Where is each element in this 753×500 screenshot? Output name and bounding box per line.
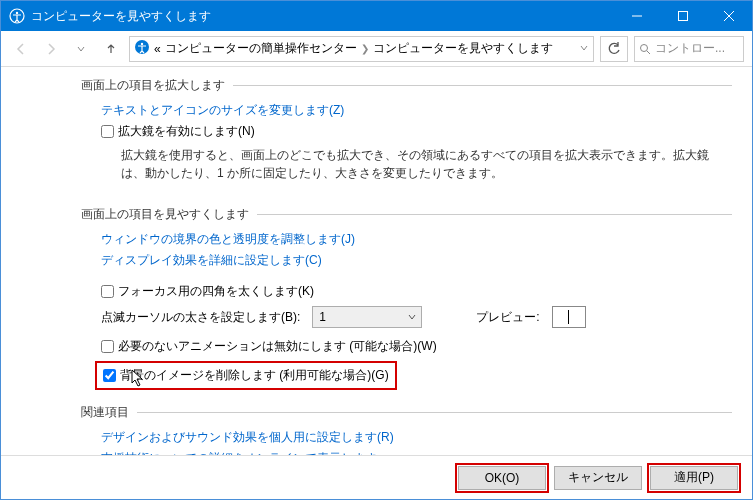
minimize-button[interactable] — [614, 1, 660, 31]
up-button[interactable] — [99, 37, 123, 61]
svg-point-7 — [141, 43, 143, 45]
refresh-button[interactable] — [600, 36, 628, 62]
link-text-icon-size[interactable]: テキストとアイコンのサイズを変更します(Z) — [101, 102, 344, 119]
cursor-thickness-value: 1 — [319, 310, 326, 324]
checkbox-remove-background-label[interactable]: 背景のイメージを削除します (利用可能な場合)(G) — [120, 367, 389, 384]
cursor-preview — [552, 306, 586, 328]
chevron-down-icon — [407, 312, 417, 322]
checkbox-disable-animations[interactable] — [101, 340, 114, 353]
search-input[interactable]: コントロー... — [634, 36, 744, 62]
preview-label: プレビュー: — [476, 309, 539, 326]
cursor-thickness-label: 点滅カーソルの太さを設定します(B): — [101, 309, 300, 326]
link-display-effects[interactable]: ディスプレイ効果を詳細に設定します(C) — [101, 252, 322, 269]
address-bar[interactable]: « コンピューターの簡単操作センター ❯ コンピューターを見やすくします — [129, 36, 594, 62]
search-placeholder: コントロー... — [655, 40, 725, 57]
checkbox-focus-rect-label[interactable]: フォーカス用の四角を太くします(K) — [118, 283, 314, 300]
magnifier-description: 拡大鏡を使用すると、画面上のどこでも拡大でき、その領域にあるすべての項目を拡大表… — [121, 146, 732, 182]
search-icon — [639, 43, 651, 55]
chevron-right-icon: ❯ — [361, 43, 369, 54]
chevron-down-icon[interactable] — [579, 43, 589, 55]
section-visibility: 画面上の項目を見やすくします ウィンドウの境界の色と透明度を調整します(J) デ… — [81, 206, 732, 390]
toolbar: « コンピューターの簡単操作センター ❯ コンピューターを見やすくします コント… — [1, 31, 752, 67]
recent-button[interactable] — [69, 37, 93, 61]
section-related-legend: 関連項目 — [81, 404, 137, 421]
svg-point-1 — [16, 12, 18, 14]
dialog-footer: OK(O) キャンセル 適用(P) — [1, 455, 752, 499]
svg-line-9 — [647, 51, 650, 54]
checkbox-magnifier-label[interactable]: 拡大鏡を有効にします(N) — [118, 123, 255, 140]
svg-point-8 — [641, 44, 648, 51]
ok-button[interactable]: OK(O) — [458, 466, 546, 490]
ease-of-access-addr-icon — [134, 39, 150, 58]
content-area: 画面上の項目を拡大します テキストとアイコンのサイズを変更します(Z) 拡大鏡を… — [1, 67, 752, 455]
highlighted-option: 背景のイメージを削除します (利用可能な場合)(G) — [95, 361, 397, 390]
section-enlarge-legend: 画面上の項目を拡大します — [81, 77, 233, 94]
back-button[interactable] — [9, 37, 33, 61]
window-title: コンピューターを見やすくします — [31, 8, 614, 25]
link-personalize[interactable]: デザインおよびサウンド効果を個人用に設定します(R) — [101, 429, 394, 446]
breadcrumb-item2[interactable]: コンピューターを見やすくします — [373, 40, 553, 57]
titlebar: コンピューターを見やすくします — [1, 1, 752, 31]
breadcrumb-item1[interactable]: コンピューターの簡単操作センター — [165, 40, 357, 57]
section-enlarge: 画面上の項目を拡大します テキストとアイコンのサイズを変更します(Z) 拡大鏡を… — [81, 77, 732, 192]
apply-button[interactable]: 適用(P) — [650, 466, 738, 490]
cursor-thickness-combo[interactable]: 1 — [312, 306, 422, 328]
svg-rect-3 — [679, 12, 688, 21]
section-related: 関連項目 デザインおよびサウンド効果を個人用に設定します(R) 支援技術について… — [81, 404, 732, 455]
ease-of-access-icon — [9, 8, 25, 24]
checkbox-focus-rect[interactable] — [101, 285, 114, 298]
cancel-button[interactable]: キャンセル — [554, 466, 642, 490]
checkbox-disable-animations-label[interactable]: 必要のないアニメーションは無効にします (可能な場合)(W) — [118, 338, 437, 355]
checkbox-remove-background[interactable] — [103, 369, 116, 382]
checkbox-magnifier[interactable] — [101, 125, 114, 138]
link-window-border[interactable]: ウィンドウの境界の色と透明度を調整します(J) — [101, 231, 355, 248]
maximize-button[interactable] — [660, 1, 706, 31]
section-visibility-legend: 画面上の項目を見やすくします — [81, 206, 257, 223]
close-button[interactable] — [706, 1, 752, 31]
breadcrumb-prefix: « — [154, 42, 161, 56]
forward-button[interactable] — [39, 37, 63, 61]
